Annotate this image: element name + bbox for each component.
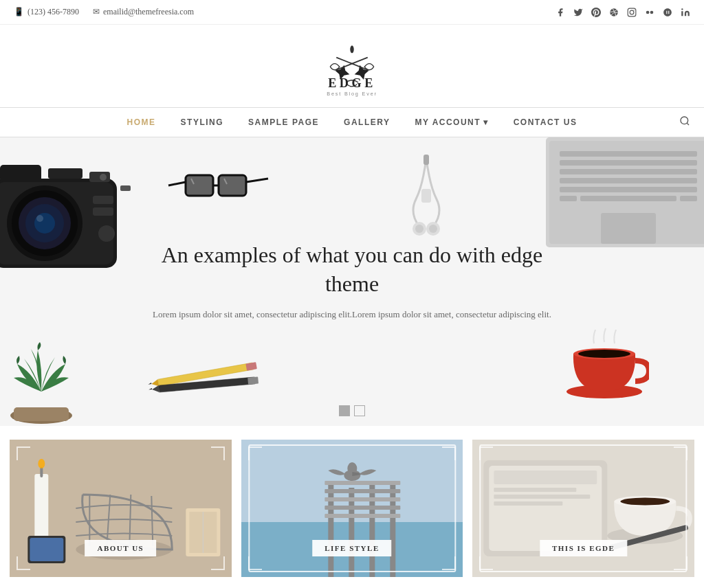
svg-rect-79 <box>30 538 63 561</box>
hero-description: Lorem ipsum dolor sit amet, consectetur … <box>146 308 558 322</box>
email-address: emailid@themefreesia.com <box>103 7 194 17</box>
svg-rect-53 <box>680 196 697 201</box>
card-edge-bg <box>472 440 694 577</box>
top-bar: 📱 (123) 456-7890 ✉ emailid@themefreesia.… <box>0 0 704 25</box>
svg-point-5 <box>650 10 654 14</box>
card-corner-br-2 <box>442 556 456 570</box>
svg-rect-42 <box>424 155 429 165</box>
card-edge-label: THIS IS EGDE <box>540 540 627 556</box>
card-lifestyle-bg <box>241 440 463 577</box>
card-grid: ABOUT US <box>0 426 704 577</box>
phone-icon: 📱 <box>14 7 24 17</box>
card-corner-tl <box>16 446 30 460</box>
svg-rect-51 <box>560 196 577 201</box>
svg-point-22 <box>36 215 43 222</box>
contact-info: 📱 (123) 456-7890 ✉ emailid@themefreesia.… <box>14 7 194 17</box>
search-icon[interactable] <box>679 115 690 129</box>
card-about-us[interactable]: ABOUT US <box>10 440 232 577</box>
card-about-us-bg <box>10 440 232 577</box>
card-about-us-label: ABOUT US <box>85 540 156 556</box>
svg-rect-46 <box>560 151 697 157</box>
dribbble-icon[interactable] <box>609 8 619 17</box>
svg-rect-90 <box>324 514 400 518</box>
email-icon: ✉ <box>93 7 100 17</box>
email-info: ✉ emailid@themefreesia.com <box>93 7 194 17</box>
svg-rect-103 <box>494 501 563 506</box>
svg-point-25 <box>100 174 107 181</box>
glasses-decoration <box>165 158 275 227</box>
lastfm-icon[interactable] <box>663 8 672 17</box>
svg-point-14 <box>681 117 688 124</box>
card-corner-tl-3 <box>479 446 493 460</box>
card-corner-tr-3 <box>674 446 688 460</box>
logo-icon[interactable]: EDGE Best Blog Ever <box>318 37 386 99</box>
svg-rect-43 <box>421 189 431 203</box>
svg-rect-87 <box>324 489 400 493</box>
card-corner-tl-2 <box>248 446 262 460</box>
plant-decoration <box>0 337 82 426</box>
svg-rect-34 <box>186 176 212 195</box>
hero-section: An examples of what you can do with edge… <box>0 137 704 426</box>
svg-rect-27 <box>93 196 113 204</box>
svg-rect-49 <box>560 178 697 183</box>
svg-rect-100 <box>494 471 597 484</box>
svg-point-29 <box>98 225 115 242</box>
twitter-icon[interactable] <box>573 8 583 17</box>
svg-marker-65 <box>148 388 152 389</box>
nav-contact-us[interactable]: CONTACT US <box>501 108 590 137</box>
svg-rect-89 <box>324 506 400 510</box>
svg-point-6 <box>681 8 683 10</box>
card-corner-tr <box>211 446 225 460</box>
svg-rect-71 <box>34 474 48 543</box>
pinterest-icon[interactable] <box>591 8 601 17</box>
svg-rect-52 <box>580 196 676 201</box>
svg-point-73 <box>38 459 45 468</box>
svg-rect-28 <box>93 207 113 216</box>
svg-rect-50 <box>560 187 697 192</box>
svg-rect-66 <box>248 376 258 384</box>
coffee-decoration <box>560 316 649 405</box>
svg-text:Best Blog Ever: Best Blog Ever <box>327 91 377 97</box>
svg-rect-35 <box>219 176 245 195</box>
svg-rect-54 <box>601 213 656 244</box>
svg-rect-85 <box>390 481 395 577</box>
svg-rect-72 <box>40 467 43 477</box>
hero-dot-1[interactable] <box>339 405 350 416</box>
hero-dots <box>339 405 365 416</box>
svg-marker-64 <box>152 385 160 393</box>
svg-point-9 <box>350 45 353 53</box>
nav-gallery[interactable]: GALLERY <box>331 108 402 137</box>
nav-sample-page[interactable]: SAMPLE PAGE <box>236 108 331 137</box>
logo-area: EDGE Best Blog Ever <box>0 25 704 107</box>
dropdown-chevron-icon: ▾ <box>483 117 489 127</box>
instagram-icon[interactable] <box>627 8 637 17</box>
linkedin-icon[interactable] <box>681 8 690 17</box>
nav-my-account[interactable]: MY ACCOUNT ▾ <box>402 108 500 137</box>
card-corner-br <box>211 556 225 570</box>
phone-number: (123) 456-7890 <box>28 7 79 17</box>
card-lifestyle-label: LIFE STYLE <box>312 540 392 556</box>
svg-rect-82 <box>328 481 333 577</box>
svg-point-2 <box>630 10 634 14</box>
camera-decoration <box>0 144 131 295</box>
svg-rect-61 <box>245 362 257 370</box>
nav-styling[interactable]: STYLING <box>168 108 236 137</box>
hero-dot-2[interactable] <box>354 405 365 416</box>
flickr-icon[interactable] <box>645 8 654 17</box>
card-lifestyle[interactable]: LIFE STYLE <box>241 440 463 577</box>
navigation: HOME STYLING SAMPLE PAGE GALLERY MY ACCO… <box>0 107 704 137</box>
phone-info: 📱 (123) 456-7890 <box>14 7 79 17</box>
svg-rect-86 <box>324 481 400 485</box>
card-this-is-edge[interactable]: THIS IS EGDE <box>472 440 694 577</box>
social-links <box>556 8 690 17</box>
svg-text:EDGE: EDGE <box>328 76 376 90</box>
svg-rect-24 <box>89 172 110 182</box>
facebook-icon[interactable] <box>556 8 565 17</box>
pencils-decoration <box>138 343 275 412</box>
svg-rect-1 <box>628 8 636 16</box>
nav-home[interactable]: HOME <box>115 108 168 137</box>
svg-rect-102 <box>494 495 591 499</box>
svg-point-69 <box>578 350 630 358</box>
hero-content: An examples of what you can do with edge… <box>132 227 572 336</box>
svg-rect-23 <box>0 165 41 182</box>
